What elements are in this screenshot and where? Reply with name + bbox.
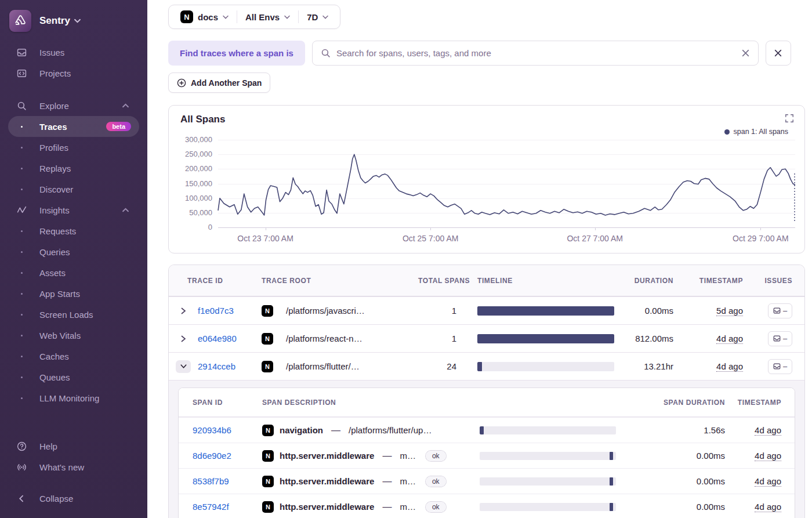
span-id-link[interactable]: 920934b6 bbox=[193, 425, 262, 435]
separator: — bbox=[382, 451, 392, 461]
span-table-header: SPAN ID SPAN DESCRIPTION SPAN DURATION T… bbox=[179, 388, 795, 417]
sidebar-item-screen-loads[interactable]: Screen Loads bbox=[0, 304, 147, 325]
chevron-down-icon bbox=[74, 19, 81, 23]
project-filter[interactable]: N docs bbox=[172, 10, 237, 23]
nextjs-platform-icon: N bbox=[262, 361, 273, 372]
sidebar-item-queues[interactable]: Queues bbox=[0, 367, 147, 387]
timestamp-value[interactable]: 4d ago bbox=[755, 502, 781, 512]
remove-span-filter-button[interactable] bbox=[766, 41, 791, 66]
column-header-trace-id: TRACE ID bbox=[169, 277, 262, 285]
sidebar-item-app-starts[interactable]: App Starts bbox=[0, 283, 147, 304]
nextjs-platform-icon: N bbox=[262, 501, 274, 513]
sidebar-item-label: Traces bbox=[39, 122, 67, 132]
timeline-bar bbox=[477, 306, 614, 316]
timeline-bar bbox=[480, 503, 616, 511]
sidebar-item-requests[interactable]: Requests bbox=[0, 220, 147, 241]
span-search-input[interactable] bbox=[336, 48, 735, 58]
clear-search-icon[interactable] bbox=[741, 49, 750, 57]
span-row[interactable]: 8d6e90e2 N http.server.middleware — m… o… bbox=[179, 443, 795, 468]
sidebar-item-traces[interactable]: Traces beta bbox=[8, 116, 139, 137]
timestamp-value[interactable]: 4d ago bbox=[755, 425, 781, 436]
span-id-link[interactable]: 8538f7b9 bbox=[193, 476, 262, 486]
sidebar-item-caches[interactable]: Caches bbox=[0, 346, 147, 367]
nextjs-platform-icon: N bbox=[262, 425, 274, 436]
table-row-expanded[interactable]: 2914cceb N /platforms/flutter/… 24 13.21… bbox=[169, 352, 804, 380]
date-range-filter[interactable]: 7D bbox=[299, 12, 336, 22]
chart-line-series bbox=[218, 154, 795, 215]
sidebar-section-insights[interactable]: Insights bbox=[0, 200, 147, 220]
sidebar-item-whats-new[interactable]: What's new bbox=[0, 457, 147, 477]
span-row[interactable]: 8538f7b9 N http.server.middleware — m… o… bbox=[179, 468, 795, 494]
timestamp-value[interactable]: 4d ago bbox=[755, 451, 781, 461]
sidebar-item-profiles[interactable]: Profiles bbox=[0, 137, 147, 158]
issues-count-button[interactable]: – bbox=[768, 331, 792, 346]
trace-id-link[interactable]: 2914cceb bbox=[198, 361, 262, 371]
table-row[interactable]: f1e0d7c3 N /platforms/javascri… 1 0.00ms… bbox=[169, 296, 804, 324]
add-another-span-button[interactable]: Add Another Span bbox=[168, 73, 270, 93]
span-duration-value: 0.00ms bbox=[616, 476, 725, 486]
sidebar-item-label: Queries bbox=[39, 247, 70, 257]
span-table: SPAN ID SPAN DESCRIPTION SPAN DURATION T… bbox=[178, 387, 795, 518]
project-filter-value: docs bbox=[198, 12, 218, 22]
x-tick-label: Oct 23 7:00 AM bbox=[225, 234, 306, 243]
column-header-timeline: TIMELINE bbox=[477, 277, 614, 285]
table-row[interactable]: e064e980 N /platforms/react-n… 1 812.00m… bbox=[169, 324, 804, 352]
trace-root-text: /platforms/flutter/… bbox=[286, 361, 360, 371]
bullet-icon bbox=[16, 314, 27, 316]
timestamp-value[interactable]: 5d ago bbox=[716, 306, 743, 316]
bullet-icon bbox=[16, 251, 27, 253]
sidebar-section-label: Explore bbox=[39, 101, 69, 111]
trace-id-link[interactable]: e064e980 bbox=[198, 334, 262, 343]
add-span-row: Add Another Span bbox=[168, 73, 805, 93]
span-op: navigation bbox=[280, 425, 323, 435]
sidebar-collapse-button[interactable]: Collapse bbox=[0, 488, 147, 509]
column-header-span-id: SPAN ID bbox=[193, 399, 262, 407]
sidebar-item-help[interactable]: Help bbox=[0, 436, 147, 457]
page-filter-bar: N docs All Envs 7D bbox=[168, 5, 340, 29]
sidebar-section-explore[interactable]: Explore bbox=[0, 95, 147, 116]
issues-count-button[interactable]: – bbox=[768, 359, 792, 374]
span-id-link[interactable]: 8e57942f bbox=[193, 502, 262, 512]
sidebar-item-assets[interactable]: Assets bbox=[0, 262, 147, 283]
span-op: http.server.middleware bbox=[280, 502, 374, 512]
span-duration-value: 0.00ms bbox=[616, 451, 725, 461]
timestamp-value[interactable]: 4d ago bbox=[716, 361, 743, 372]
timestamp-value[interactable]: 4d ago bbox=[716, 334, 743, 344]
trace-root-text: /platforms/javascri… bbox=[286, 306, 365, 316]
date-range-value: 7D bbox=[307, 12, 318, 22]
bullet-icon bbox=[16, 168, 27, 169]
y-tick-label: 150,000 bbox=[165, 179, 212, 188]
span-row[interactable]: 8e57942f N http.server.middleware — m… o… bbox=[179, 494, 795, 518]
expand-row-button[interactable] bbox=[169, 335, 198, 343]
sidebar-item-issues[interactable]: Issues bbox=[0, 42, 147, 63]
org-switcher[interactable]: Sentry bbox=[0, 0, 147, 42]
trace-id-link[interactable]: f1e0d7c3 bbox=[198, 306, 262, 316]
expanded-trace-panel: SPAN ID SPAN DESCRIPTION SPAN DURATION T… bbox=[169, 380, 804, 518]
span-search-box bbox=[312, 41, 759, 66]
span-id-link[interactable]: 8d6e90e2 bbox=[193, 451, 262, 461]
separator: — bbox=[382, 502, 392, 512]
sidebar-item-label: LLM Monitoring bbox=[39, 393, 99, 403]
environment-filter[interactable]: All Envs bbox=[237, 12, 298, 22]
sidebar-item-projects[interactable]: Projects bbox=[0, 63, 147, 84]
timestamp-value[interactable]: 4d ago bbox=[755, 476, 781, 487]
sidebar-item-discover[interactable]: Discover bbox=[0, 179, 147, 200]
sidebar-item-label: Projects bbox=[39, 68, 71, 78]
expand-row-button[interactable] bbox=[169, 307, 198, 315]
timeline-bar bbox=[477, 362, 614, 371]
sidebar-item-llm-monitoring[interactable]: LLM Monitoring bbox=[0, 387, 147, 408]
chart-legend[interactable]: span 1: All spans bbox=[724, 128, 788, 136]
y-tick-label: 250,000 bbox=[165, 150, 212, 158]
sidebar-item-replays[interactable]: Replays bbox=[0, 158, 147, 179]
bullet-icon bbox=[16, 356, 27, 357]
sidebar-item-queries[interactable]: Queries bbox=[0, 241, 147, 262]
line-chart bbox=[218, 140, 795, 227]
beta-badge: beta bbox=[106, 122, 131, 131]
issues-count-button[interactable]: – bbox=[768, 303, 792, 318]
bullet-icon bbox=[16, 126, 27, 128]
sidebar-item-web-vitals[interactable]: Web Vitals bbox=[0, 325, 147, 346]
span-row[interactable]: 920934b6 N navigation — /platforms/flutt… bbox=[179, 417, 795, 443]
expand-chart-icon[interactable] bbox=[785, 114, 794, 123]
collapse-row-button[interactable] bbox=[176, 360, 191, 373]
plus-circle-icon bbox=[177, 78, 186, 88]
